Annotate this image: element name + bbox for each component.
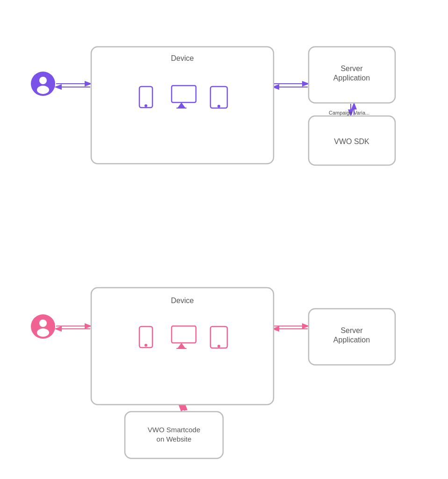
- svg-point-2: [37, 86, 49, 94]
- svg-text:Device: Device: [171, 297, 194, 305]
- svg-point-31: [31, 314, 55, 339]
- diagram-container: Device Server Application VWO SDK Campai…: [0, 0, 448, 479]
- svg-rect-9: [139, 87, 152, 108]
- svg-text:on Website: on Website: [157, 435, 192, 443]
- svg-rect-23: [210, 87, 227, 108]
- svg-rect-49: [309, 309, 395, 365]
- svg-rect-40: [91, 288, 274, 405]
- svg-rect-16: [91, 47, 274, 164]
- svg-rect-22: [176, 108, 187, 109]
- svg-text:Server: Server: [340, 65, 363, 73]
- svg-rect-18: [139, 87, 152, 108]
- svg-point-43: [145, 344, 147, 347]
- svg-point-1: [39, 77, 47, 84]
- svg-rect-13: [177, 108, 187, 109]
- svg-point-32: [39, 319, 47, 327]
- svg-marker-45: [178, 343, 185, 348]
- svg-rect-47: [210, 327, 227, 348]
- svg-marker-21: [178, 102, 185, 108]
- svg-rect-25: [309, 47, 395, 103]
- svg-point-0: [31, 72, 55, 96]
- svg-text:Server: Server: [340, 327, 363, 334]
- svg-text:VWO SDK: VWO SDK: [334, 138, 369, 145]
- svg-rect-42: [139, 327, 152, 348]
- svg-point-19: [145, 104, 147, 107]
- svg-rect-20: [172, 86, 196, 102]
- svg-rect-52: [125, 412, 223, 458]
- svg-text:Campaign Varia...: Campaign Varia...: [329, 110, 369, 116]
- svg-rect-15: [217, 106, 221, 107]
- svg-text:VWO Smartcode: VWO Smartcode: [148, 426, 201, 434]
- svg-rect-46: [176, 348, 187, 349]
- svg-text:Application: Application: [333, 74, 370, 82]
- svg-rect-10: [143, 106, 149, 107]
- svg-rect-44: [172, 326, 196, 343]
- svg-point-33: [37, 328, 49, 337]
- svg-rect-14: [210, 87, 227, 108]
- svg-rect-12: [181, 103, 182, 108]
- svg-text:Device: Device: [171, 54, 194, 62]
- svg-point-24: [217, 105, 220, 108]
- svg-rect-28: [309, 116, 395, 165]
- svg-point-48: [217, 345, 220, 348]
- svg-rect-11: [172, 85, 196, 103]
- svg-text:Application: Application: [333, 336, 370, 344]
